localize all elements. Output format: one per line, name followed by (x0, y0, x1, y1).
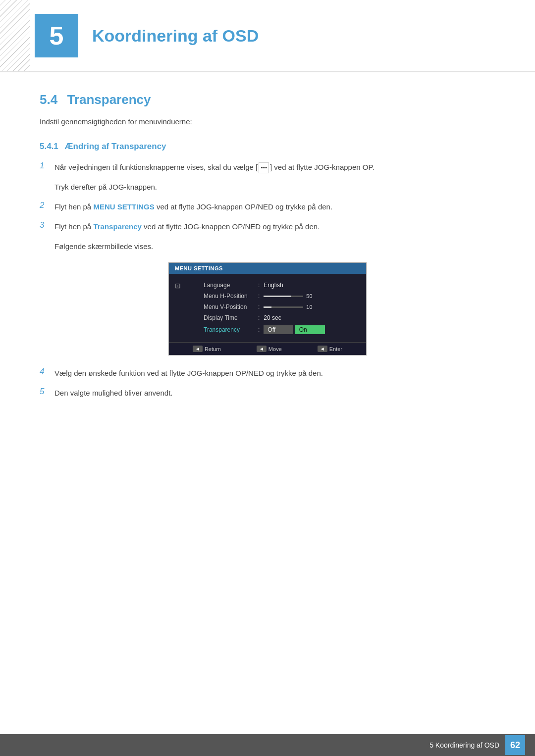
osd-btn-return: ◄ (193, 346, 203, 352)
subsection-number: 5.4.1 (40, 142, 58, 151)
step-1: 1 Når vejledningen til funktionsknappern… (40, 161, 495, 173)
step-4-content: Vælg den ønskede funktion ved at flytte … (54, 367, 495, 379)
osd-footer-return: ◄ Return (193, 346, 221, 352)
osd-option-on: On (295, 325, 325, 334)
osd-row-language: Language : English (184, 280, 360, 291)
osd-value-language: English (264, 282, 283, 289)
osd-footer-move-label: Move (268, 346, 282, 352)
intro-text: Indstil gennemsigtigheden for menuvindue… (40, 117, 495, 126)
osd-body: ⊡ Language : English Menu H-Position : (169, 274, 366, 342)
section-number: 5.4 (40, 92, 57, 107)
section-title-text: Transparency (67, 92, 151, 107)
osd-slider-h-num: 50 (306, 293, 312, 299)
osd-footer-enter-label: Enter (329, 346, 342, 352)
osd-slider-v-num: 10 (306, 304, 312, 310)
osd-footer-return-label: Return (205, 346, 221, 352)
step-4: 4 Vælg den ønskede funktion ved at flytt… (40, 367, 495, 379)
footer-page-number: 62 (505, 735, 525, 755)
chapter-title: Koordinering af OSD (92, 26, 259, 46)
osd-row-transparency: Transparency : Off On (184, 323, 360, 336)
osd-icon-row: ⊡ Language : English Menu H-Position : (169, 278, 366, 338)
osd-menu-icon: ⊡ (175, 282, 181, 290)
osd-label-transparency: Transparency (204, 326, 258, 333)
osd-slider-v: 10 (264, 304, 312, 310)
subsection-title: 5.4.1 Ændring af Transparency (40, 142, 495, 151)
osd-value-displaytime: 20 sec (264, 314, 281, 321)
osd-footer-enter: ◄ Enter (318, 346, 342, 352)
osd-slider-v-fill (264, 306, 271, 308)
jog-icon: ▪▪▪ (259, 162, 269, 173)
osd-footer-move: ◄ Move (257, 346, 282, 352)
step-2-content: Flyt hen på MENU SETTINGS ved at flytte … (54, 201, 495, 213)
step-2-bold: MENU SETTINGS (93, 202, 154, 211)
main-content: 5.4 Transparency Indstil gennemsigtighed… (0, 92, 535, 399)
osd-row-hposition: Menu H-Position : 50 (184, 291, 360, 302)
osd-transparency-options: Off On (264, 325, 324, 334)
step-2: 2 Flyt hen på MENU SETTINGS ved at flytt… (40, 201, 495, 213)
step-5: 5 Den valgte mulighed bliver anvendt. (40, 387, 495, 399)
step-1-content: Når vejledningen til funktionsknapperne … (54, 161, 495, 173)
step-5-number: 5 (40, 387, 54, 397)
page-footer: 5 Koordinering af OSD 62 (0, 734, 535, 756)
footer-text: 5 Koordinering af OSD (429, 741, 499, 749)
osd-header: MENU SETTINGS (169, 263, 366, 274)
osd-screenshot: MENU SETTINGS ⊡ Language : English Menu … (168, 262, 367, 355)
osd-slider-h-fill (264, 296, 291, 297)
step-3-continuation: Følgende skærmbillede vises. (54, 241, 495, 252)
osd-slider-h-track (264, 296, 303, 297)
osd-footer: ◄ Return ◄ Move ◄ Enter (169, 342, 366, 355)
osd-label-vposition: Menu V-Position (204, 303, 258, 310)
step-3-content: Flyt hen på Transparency ved at flytte J… (54, 221, 495, 233)
step-3-number: 3 (40, 220, 54, 230)
osd-rows: Language : English Menu H-Position : 50 (184, 280, 360, 336)
chapter-number: 5 (35, 14, 78, 57)
osd-label-hposition: Menu H-Position (204, 293, 258, 300)
osd-slider-h: 50 (264, 293, 312, 299)
osd-slider-v-track (264, 306, 303, 308)
section-title: 5.4 Transparency (40, 92, 495, 107)
osd-btn-move: ◄ (257, 346, 267, 352)
osd-option-off: Off (264, 325, 293, 334)
step-3-bold: Transparency (93, 222, 142, 231)
step-3: 3 Flyt hen på Transparency ved at flytte… (40, 221, 495, 233)
step-1-continuation: Tryk derefter på JOG-knappen. (54, 181, 495, 193)
steps-list-2: 4 Vælg den ønskede funktion ved at flytt… (40, 367, 495, 399)
chapter-header: 5 Koordinering af OSD (0, 0, 535, 72)
osd-btn-enter: ◄ (318, 346, 327, 352)
step-4-number: 4 (40, 367, 54, 377)
step-5-content: Den valgte mulighed bliver anvendt. (54, 387, 495, 399)
steps-list: 1 Når vejledningen til funktionsknappern… (40, 161, 495, 252)
osd-row-displaytime: Display Time : 20 sec (184, 312, 360, 323)
step-1-number: 1 (40, 161, 54, 171)
osd-row-vposition: Menu V-Position : 10 (184, 302, 360, 312)
subsection-title-text: Ændring af Transparency (65, 142, 166, 151)
osd-label-language: Language (204, 282, 258, 289)
osd-label-displaytime: Display Time (204, 314, 258, 321)
step-2-number: 2 (40, 201, 54, 210)
